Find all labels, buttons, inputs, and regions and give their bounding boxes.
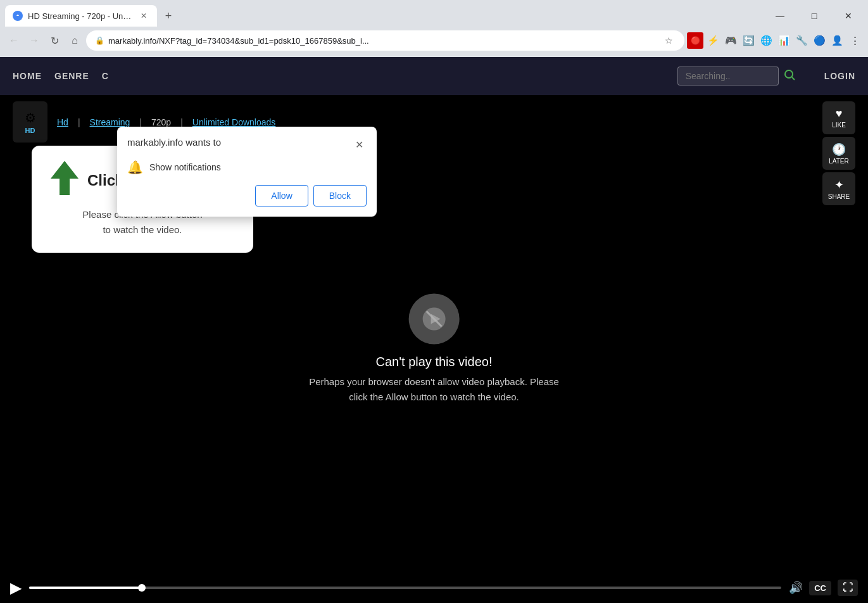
hd-badge: ⚙ HD: [13, 101, 47, 143]
page-content: HOME GENRE C LOGIN ⚙ HD Hd |: [0, 57, 868, 603]
lock-icon: 🔒: [95, 36, 104, 45]
ext-icon-6[interactable]: 📊: [776, 32, 792, 49]
cant-play-desc: Perhaps your browser doesn't allow video…: [309, 374, 559, 405]
side-action-buttons: ♥ LIKE 🕐 LATER ✦ SHARE: [822, 101, 855, 205]
window-controls: — □ ✕: [765, 6, 863, 26]
bookmark-icon[interactable]: ☆: [662, 34, 676, 48]
top-links: Hd | Streaming | 720p | Unlimited Downlo…: [57, 117, 275, 127]
nav-genre[interactable]: GENRE: [54, 71, 89, 81]
volume-icon[interactable]: 🔊: [789, 581, 803, 595]
tab-title: HD Streaming - 720p - Unlimited: [28, 11, 133, 21]
hd-label: HD: [25, 127, 35, 134]
tab-close-button[interactable]: ✕: [138, 10, 149, 22]
ext-icon-5[interactable]: 🌐: [758, 32, 774, 49]
progress-bar[interactable]: [29, 587, 781, 589]
active-tab[interactable]: HD Streaming - 720p - Unlimited ✕: [5, 5, 157, 27]
new-tab-button[interactable]: +: [160, 7, 177, 25]
url-text: markably.info/NXF?tag_id=734034&sub_id1=…: [108, 36, 658, 46]
block-button[interactable]: Block: [313, 185, 367, 206]
profile-icon[interactable]: 👤: [829, 32, 845, 49]
ext-icon-3[interactable]: 🎮: [722, 32, 739, 49]
green-arrow-icon: [51, 161, 79, 200]
ext-icon-2[interactable]: ⚡: [705, 32, 721, 49]
address-bar[interactable]: 🔒 markably.info/NXF?tag_id=734034&sub_id…: [86, 30, 684, 51]
top-link-downloads[interactable]: Unlimited Downloads: [192, 117, 276, 127]
cant-play-title: Can't play this video!: [309, 355, 559, 369]
login-button[interactable]: LOGIN: [824, 71, 855, 81]
address-bar-icons: ☆: [662, 34, 676, 48]
play-button[interactable]: ▶: [10, 579, 22, 597]
ext-icon-4[interactable]: 🔄: [740, 32, 757, 49]
video-controls: ▶ 🔊 CC ⛶: [0, 573, 868, 603]
ext-icon-7[interactable]: 🔧: [793, 32, 810, 49]
share-icon: ✦: [834, 178, 844, 192]
progress-fill: [29, 587, 142, 589]
clock-icon: 🕐: [832, 143, 846, 156]
cant-play-area: Can't play this video! Perhaps your brow…: [309, 294, 559, 405]
search-button[interactable]: [784, 69, 795, 84]
cant-play-icon: [409, 294, 460, 345]
back-button[interactable]: ←: [5, 32, 23, 49]
ext-icon-8[interactable]: 🔵: [811, 32, 827, 49]
share-label: SHARE: [828, 193, 850, 200]
allow-button[interactable]: Allow: [255, 185, 308, 206]
progress-thumb[interactable]: [138, 584, 146, 592]
like-button[interactable]: ♥ LIKE: [822, 101, 855, 134]
fullscreen-button[interactable]: ⛶: [838, 580, 858, 596]
top-link-quality: 720p: [151, 117, 171, 127]
site-search: [677, 67, 795, 86]
top-link-streaming[interactable]: Streaming: [90, 117, 130, 127]
like-label: LIKE: [832, 122, 846, 129]
ext-icon-1[interactable]: 🔴: [687, 32, 703, 49]
tab-favicon: [13, 11, 23, 21]
forward-button[interactable]: →: [25, 32, 43, 49]
svg-line-2: [792, 77, 795, 80]
reload-button[interactable]: ↻: [46, 32, 63, 49]
top-link-hd[interactable]: Hd: [57, 117, 68, 127]
show-notifications-text: Show notifications: [149, 162, 221, 172]
popup-title: markably.info wants to: [127, 137, 221, 148]
search-input[interactable]: [677, 67, 779, 86]
later-button[interactable]: 🕐 LATER: [822, 137, 855, 170]
close-button[interactable]: ✕: [834, 6, 863, 26]
share-button[interactable]: ✦ SHARE: [822, 172, 855, 205]
later-label: LATER: [829, 158, 849, 165]
right-controls: 🔊 CC ⛶: [789, 580, 858, 596]
bell-icon: 🔔: [127, 160, 143, 175]
cc-button[interactable]: CC: [809, 581, 831, 595]
notification-popup: markably.info wants to ✕ 🔔 Show notifica…: [117, 127, 377, 217]
address-bar-row: ← → ↻ ⌂ 🔒 markably.info/NXF?tag_id=73403…: [0, 27, 868, 57]
popup-header: markably.info wants to ✕: [127, 137, 367, 152]
svg-point-1: [785, 70, 793, 78]
tab-bar: HD Streaming - 720p - Unlimited ✕ + — □ …: [0, 0, 868, 27]
site-nav: HOME GENRE C: [13, 71, 109, 81]
nav-other[interactable]: C: [102, 71, 109, 81]
popup-notification-row: 🔔 Show notifications: [127, 160, 367, 175]
popup-close-button[interactable]: ✕: [351, 137, 367, 152]
site-header: HOME GENRE C LOGIN: [0, 57, 868, 95]
extension-icons: 🔴 ⚡ 🎮 🔄 🌐 📊 🔧 🔵 👤 ⋮: [687, 32, 863, 49]
browser-window: HD Streaming - 720p - Unlimited ✕ + — □ …: [0, 0, 868, 57]
heart-icon: ♥: [836, 107, 843, 120]
home-button[interactable]: ⌂: [66, 32, 84, 49]
popup-buttons: Allow Block: [127, 185, 367, 206]
menu-icon[interactable]: ⋮: [846, 32, 863, 49]
nav-home[interactable]: HOME: [13, 71, 42, 81]
minimize-button[interactable]: —: [765, 6, 795, 26]
maximize-button[interactable]: □: [800, 6, 829, 26]
svg-marker-3: [51, 161, 79, 195]
